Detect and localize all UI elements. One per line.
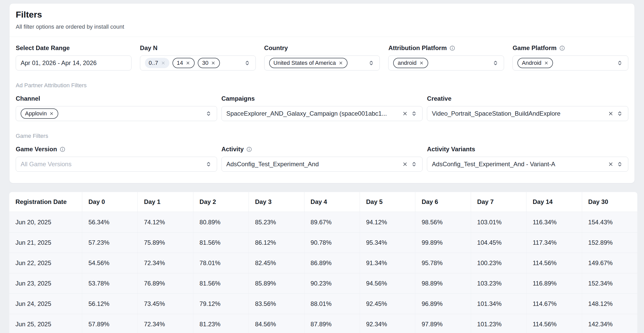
retention-value-cell: 75.89% (137, 233, 193, 253)
retention-value-cell: 57.23% (82, 233, 137, 253)
remove-chip-icon[interactable] (419, 61, 424, 65)
info-icon[interactable] (246, 146, 252, 152)
retention-value-cell: 114.56% (526, 253, 582, 273)
retention-value-cell: 92.45% (360, 294, 415, 314)
retention-value-cell: 74.12% (137, 212, 193, 232)
campaigns-select[interactable]: SpaceExplorer_AND_Galaxy_Campaign (space… (221, 106, 423, 121)
page-subtitle: All filter options are ordered by instal… (16, 23, 628, 30)
retention-value-cell: 78.01% (193, 253, 249, 273)
retention-value-cell: 94.12% (360, 212, 415, 232)
retention-value-cell: 56.34% (82, 212, 137, 232)
retention-value-cell: 81.23% (193, 314, 249, 333)
chevron-sort-icon[interactable] (616, 110, 623, 117)
filter-activity: Activity AdsConfig_Test_Experiment_And (221, 145, 423, 172)
chevron-sort-icon[interactable] (410, 161, 418, 168)
retention-value-cell: 54.56% (82, 253, 137, 273)
clear-icon[interactable] (608, 111, 614, 116)
retention-value-cell: 98.89% (415, 273, 470, 294)
activity-value: AdsConfig_Test_Experiment_And (226, 161, 319, 168)
chevron-sort-icon[interactable] (616, 161, 623, 168)
retention-value-cell: 114.56% (526, 314, 582, 333)
activity-select[interactable]: AdsConfig_Test_Experiment_And (221, 157, 423, 172)
chevron-sort-icon[interactable] (368, 59, 375, 67)
chevron-sort-icon[interactable] (410, 110, 418, 117)
country-chip: United States of America (269, 58, 348, 68)
retention-value-cell: 89.67% (304, 212, 360, 232)
retention-value-cell: 85.23% (249, 212, 304, 232)
retention-value-cell: 101.34% (471, 294, 526, 314)
retention-value-cell: 72.34% (137, 253, 193, 273)
chevron-sort-icon[interactable] (616, 59, 623, 67)
info-icon[interactable] (60, 146, 65, 152)
table-body: Jun 20, 202556.34%74.12%80.89%85.23%89.6… (9, 212, 637, 333)
column-header: Day 1 (137, 192, 193, 212)
retention-value-cell: 87.89% (304, 314, 360, 333)
section-game-filters: Game Filters (16, 132, 628, 140)
registration-date-cell: Jun 25, 2025 (9, 314, 82, 333)
filter-game-version: Game Version All Game Versions (16, 145, 217, 172)
campaigns-value: SpaceExplorer_AND_Galaxy_Campaign (space… (226, 110, 387, 117)
channel-select[interactable]: Applovin (16, 106, 217, 121)
day-n-chip: 0..7 (145, 58, 169, 68)
retention-value-cell: 96.89% (415, 294, 470, 314)
table-row: Jun 23, 202553.78%76.89%81.56%85.89%90.2… (9, 273, 637, 294)
game-version-select[interactable]: All Game Versions (16, 157, 217, 172)
column-header: Registration Date (9, 192, 82, 212)
column-header: Day 6 (415, 192, 470, 212)
attribution-platform-select[interactable]: android (388, 56, 504, 70)
retention-value-cell: 90.23% (304, 273, 360, 294)
retention-value-cell: 88.01% (304, 294, 360, 314)
section-ad-partner-filters: Ad Partner Attribution Filters (16, 82, 628, 89)
registration-date-cell: Jun 21, 2025 (9, 233, 82, 253)
retention-value-cell: 116.89% (526, 273, 582, 294)
creative-select[interactable]: Video_Portrait_SpaceStation_BuildAndExpl… (427, 106, 628, 121)
attribution-platform-label: Attribution Platform (388, 44, 447, 52)
chevron-sort-icon[interactable] (205, 161, 212, 168)
remove-chip-icon[interactable] (186, 61, 190, 65)
chip-label: Applovin (25, 110, 47, 117)
retention-value-cell: 57.89% (82, 314, 137, 333)
chevron-sort-icon[interactable] (244, 59, 251, 67)
activity-variants-select[interactable]: AdsConfig_Test_Experiment_And - Variant-… (427, 157, 628, 172)
info-icon[interactable] (449, 45, 455, 51)
remove-chip-icon[interactable] (211, 61, 216, 65)
chip-label: 30 (202, 60, 208, 66)
column-header: Day 0 (82, 192, 137, 212)
column-header: Day 30 (582, 192, 637, 212)
chevron-sort-icon[interactable] (492, 59, 499, 67)
chevron-sort-icon[interactable] (205, 110, 212, 117)
clear-icon[interactable] (608, 161, 614, 167)
remove-chip-icon[interactable] (544, 61, 549, 65)
retention-value-cell: 142.34% (582, 314, 637, 333)
day-n-select[interactable]: 0..7 14 30 (140, 56, 256, 70)
retention-value-cell: 85.89% (249, 273, 304, 294)
column-header: Day 4 (304, 192, 360, 212)
remove-chip-icon[interactable] (338, 61, 343, 65)
remove-chip-icon[interactable] (161, 61, 166, 65)
activity-variants-value: AdsConfig_Test_Experiment_And - Variant-… (432, 161, 555, 168)
channel-chip: Applovin (21, 108, 58, 119)
column-header: Day 5 (360, 192, 415, 212)
retention-value-cell: 103.23% (471, 273, 526, 294)
filter-creative: Creative Video_Portrait_SpaceStation_Bui… (427, 95, 628, 121)
date-range-input[interactable]: Apr 01, 2026 - Apr 14, 2026 (16, 56, 131, 70)
activity-label: Activity (221, 145, 244, 153)
game-platform-select[interactable]: Android (513, 56, 628, 70)
info-icon[interactable] (559, 45, 565, 51)
retention-value-cell: 117.34% (526, 233, 582, 253)
campaigns-label: Campaigns (221, 95, 423, 102)
retention-value-cell: 101.23% (471, 314, 526, 333)
page-title: Filters (16, 9, 628, 20)
filter-activity-variants: Activity Variants AdsConfig_Test_Experim… (427, 145, 628, 172)
game-version-placeholder: All Game Versions (21, 161, 71, 168)
filter-channel: Channel Applovin (16, 95, 217, 121)
clear-icon[interactable] (402, 111, 408, 116)
retention-value-cell: 116.34% (526, 212, 582, 232)
clear-icon[interactable] (402, 161, 408, 167)
country-select[interactable]: United States of America (264, 56, 380, 70)
retention-value-cell: 148.12% (582, 294, 637, 314)
remove-chip-icon[interactable] (49, 111, 54, 116)
cohort-table: Registration DateDay 0Day 1Day 2Day 3Day… (9, 192, 637, 333)
registration-date-cell: Jun 22, 2025 (9, 253, 82, 273)
retention-value-cell: 100.23% (471, 253, 526, 273)
